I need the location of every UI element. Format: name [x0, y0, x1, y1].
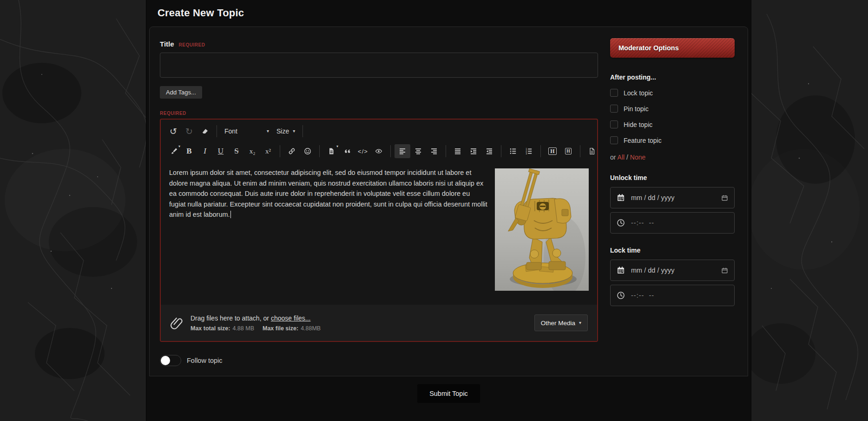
other-media-label: Other Media [541, 320, 575, 327]
superscript-button[interactable]: x² [260, 144, 276, 158]
smiley-icon [304, 147, 311, 155]
justify-icon [454, 147, 461, 155]
follow-topic-row: Follow topic [160, 355, 598, 366]
editor-required-badge: REQUIRED [160, 111, 598, 116]
page-icon [588, 147, 596, 155]
hide-topic-checkbox[interactable] [610, 120, 618, 128]
pin-topic-checkbox[interactable] [610, 105, 618, 113]
bullet-list-icon [509, 147, 517, 155]
align-right-button[interactable] [426, 144, 442, 158]
align-center-button[interactable] [410, 144, 426, 158]
form-footer: Submit Topic [146, 376, 751, 415]
feature-topic-checkbox[interactable] [610, 136, 618, 144]
select-none-link[interactable]: None [630, 154, 645, 161]
lock-time-placeholder: --:-- -- [631, 292, 654, 299]
paintbrush-icon [170, 147, 177, 155]
follow-topic-label: Follow topic [187, 357, 223, 364]
lock-date-input[interactable]: mm / dd / yyyy [610, 260, 735, 281]
justify-button[interactable] [450, 144, 466, 158]
heading-large-button[interactable]: H [545, 144, 560, 158]
bullet-list-button[interactable] [505, 144, 521, 158]
preview-button[interactable] [371, 144, 387, 158]
moderator-options-panel: Moderator Options After posting... Lock … [610, 38, 735, 376]
page-source-button[interactable] [584, 144, 598, 158]
lock-time-input[interactable]: --:-- -- [610, 285, 735, 306]
bold-button[interactable]: B [181, 144, 197, 158]
remove-format-button[interactable] [197, 124, 213, 138]
hide-topic-option[interactable]: Hide topic [610, 120, 735, 128]
toolbar-row-2: ▾ B I U S x₂ x² ▾ [161, 141, 597, 161]
submit-topic-button[interactable]: Submit Topic [417, 384, 480, 403]
follow-topic-toggle[interactable] [160, 355, 181, 366]
feature-topic-option[interactable]: Feature topic [610, 136, 735, 144]
pin-topic-option[interactable]: Pin topic [610, 105, 735, 113]
toolbar-separator [390, 145, 391, 157]
size-dropdown-label: Size [276, 127, 289, 135]
text-color-button[interactable]: ▾ [165, 144, 181, 158]
slash-separator: / [626, 154, 628, 161]
title-input[interactable] [160, 53, 598, 78]
size-dropdown[interactable]: Size ▾ [273, 124, 299, 138]
editor-content-area[interactable]: Lorem ipsum dolor sit amet, consectetur … [161, 161, 597, 305]
undo-button[interactable]: ↺ [165, 124, 181, 138]
emoji-button[interactable] [300, 144, 316, 158]
toolbar-separator [319, 145, 320, 157]
subscript-button[interactable]: x₂ [244, 144, 260, 158]
font-dropdown[interactable]: Font ▾ [221, 124, 273, 138]
undo-icon: ↺ [170, 127, 177, 136]
attached-image-miniature[interactable] [495, 168, 589, 291]
calendar-picker-icon [721, 267, 728, 274]
toolbar-separator [501, 145, 501, 157]
after-posting-label: After posting... [610, 74, 735, 81]
chevron-down-icon: ▾ [267, 129, 269, 134]
unlock-time-input[interactable]: --:-- -- [610, 212, 735, 234]
numbered-list-icon [525, 147, 533, 155]
date-picker-button[interactable] [721, 267, 728, 274]
heading-small-icon: H [565, 148, 572, 154]
toolbar-separator [302, 125, 303, 137]
align-left-button[interactable] [395, 144, 410, 158]
date-picker-button[interactable] [721, 194, 728, 201]
select-all-link[interactable]: All [618, 154, 625, 161]
lock-topic-option[interactable]: Lock topic [610, 89, 735, 97]
drag-files-text: Drag files here to attach, or [191, 314, 269, 322]
numbered-list-button[interactable] [521, 144, 537, 158]
redo-button[interactable]: ↻ [181, 124, 197, 138]
max-total-size-value: 4.88 MB [232, 325, 254, 332]
create-topic-page: Create New Topic Title REQUIRED Add Tags… [146, 0, 751, 421]
max-file-size-value: 4.88MB [301, 325, 321, 332]
other-media-button[interactable]: Other Media ▾ [534, 314, 588, 331]
lock-topic-label: Lock topic [624, 89, 653, 97]
heading-small-button[interactable]: H [560, 144, 576, 158]
unlock-time-placeholder: --:-- -- [631, 219, 654, 227]
unlock-date-placeholder: mm / dd / yyyy [631, 194, 674, 201]
strikethrough-button[interactable]: S [229, 144, 244, 158]
chevron-down-icon: ▾ [178, 145, 180, 148]
italic-icon: I [204, 147, 206, 156]
indent-button[interactable] [466, 144, 481, 158]
add-tags-button[interactable]: Add Tags... [160, 86, 202, 99]
eye-icon [375, 147, 382, 155]
underline-icon: U [218, 147, 224, 156]
align-center-icon [414, 147, 422, 155]
outdent-button[interactable] [481, 144, 497, 158]
attachment-dropzone[interactable]: Drag files here to attach, orchoose file… [161, 305, 597, 341]
calendar-icon [617, 266, 625, 274]
choose-files-link[interactable]: choose files... [271, 314, 311, 322]
max-file-size-label: Max file size: [263, 325, 298, 332]
toolbar-separator [217, 125, 217, 137]
miniature-photo [495, 168, 589, 291]
insert-template-button[interactable]: ▾ [323, 144, 339, 158]
italic-button[interactable]: I [197, 144, 213, 158]
code-button[interactable]: </> [355, 144, 371, 158]
paperclip-icon [170, 315, 183, 330]
unlock-date-input[interactable]: mm / dd / yyyy [610, 187, 735, 208]
lock-date-placeholder: mm / dd / yyyy [631, 267, 674, 274]
lock-topic-checkbox[interactable] [610, 89, 618, 97]
or-label: or [610, 154, 616, 161]
eraser-icon [201, 127, 209, 135]
underline-button[interactable]: U [213, 144, 229, 158]
quote-button[interactable] [339, 144, 355, 158]
insert-link-button[interactable] [284, 144, 300, 158]
superscript-icon: x² [265, 147, 271, 155]
